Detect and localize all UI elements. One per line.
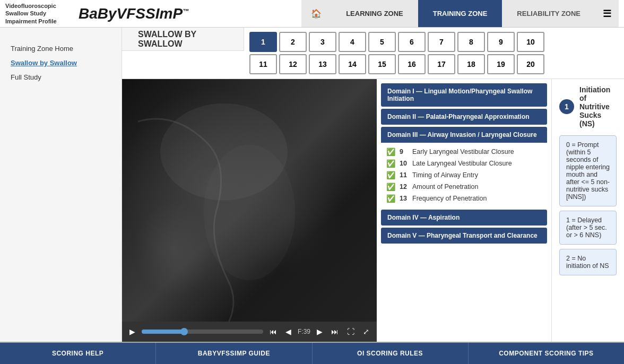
skip-start-button[interactable]: ⏮ (267, 326, 279, 337)
score-option-1[interactable]: 1 = Delayed (after > 5 sec. or > 6 NNS) (559, 211, 617, 245)
app-header: Videofluoroscopic Swallow Study Impairme… (0, 0, 624, 28)
menu-button[interactable]: ☰ (595, 0, 619, 27)
brand-name: BaByVFSSImP™ (79, 5, 189, 22)
sidebar-item-full-study[interactable]: Full Study (0, 70, 122, 84)
domain-item-2: Domain II — Palatal-Pharyngeal Approxima… (381, 109, 547, 125)
domain-header-2[interactable]: Domain II — Palatal-Pharyngeal Approxima… (381, 109, 547, 125)
num-btn-11[interactable]: 11 (249, 54, 277, 74)
num-btn-20[interactable]: 20 (517, 54, 544, 74)
num-btn-12[interactable]: 12 (279, 54, 307, 74)
num-btn-4[interactable]: 4 (339, 32, 366, 52)
number-grid: 1 2 3 4 5 6 7 8 9 10 11 12 13 (244, 28, 624, 79)
scoring-panel: 1 Initiation of Nutritive Sucks (NS) 0 =… (552, 79, 624, 342)
num-btn-16[interactable]: 16 (398, 54, 426, 74)
svg-point-1 (204, 144, 296, 280)
num-btn-10[interactable]: 10 (517, 32, 544, 52)
score-option-0[interactable]: 0 = Prompt (within 5 seconds of nipple e… (559, 135, 617, 206)
scoring-help-button[interactable]: SCORING HELP (0, 343, 156, 364)
component-scoring-tips-button[interactable]: COMPONENT SCORING TIPS (469, 343, 624, 364)
check-icon-10: ✅ (386, 159, 395, 168)
sidebar-item-swallow-by-swallow[interactable]: Swallow by Swallow (0, 56, 122, 70)
frame-counter: F:39 (298, 328, 310, 335)
domain-subitem-9[interactable]: ✅ 9 Early Laryngeal Vestibular Closure (386, 146, 542, 158)
progress-fill (142, 330, 184, 334)
num-btn-9[interactable]: 9 (487, 32, 515, 52)
domain-header-3[interactable]: Domain III — Airway Invasion / Laryngeal… (381, 127, 547, 143)
scoring-number: 1 (559, 99, 574, 114)
check-icon-11: ✅ (386, 171, 395, 179)
main-layout: Training Zone Home Swallow by Swallow Fu… (0, 28, 624, 342)
page-title-bar: SWALLOW BY SWALLOW (122, 28, 244, 51)
video-frame (122, 79, 377, 322)
video-controls: ▶ ⏮ ◀ F:39 ▶ ⏭ ⛶ ⤢ (122, 322, 377, 342)
scoring-header: 1 Initiation of Nutritive Sucks (NS) (559, 85, 617, 128)
domain-item-3: Domain III — Airway Invasion / Laryngeal… (381, 127, 547, 207)
num-btn-13[interactable]: 13 (309, 54, 336, 74)
domain-subitem-11[interactable]: ✅ 11 Timing of Airway Entry (386, 169, 542, 181)
progress-thumb (180, 328, 188, 335)
num-btn-8[interactable]: 8 (457, 32, 485, 52)
score-option-2[interactable]: 2 = No initiation of NS (559, 249, 617, 275)
domain-subitem-13[interactable]: ✅ 13 Frequency of Penetration (386, 193, 542, 204)
learning-zone-tab[interactable]: LEARNING ZONE (331, 0, 418, 27)
domain-header-1[interactable]: Domain I — Lingual Motion/Pharyngeal Swa… (381, 83, 547, 107)
logo-text: Videofluoroscopic Swallow Study Impairme… (5, 2, 74, 25)
video-overlay (122, 79, 377, 322)
progress-bar[interactable] (142, 330, 263, 334)
home-tab[interactable]: 🏠 (301, 0, 331, 27)
next-frame-button[interactable]: ▶ (315, 326, 325, 337)
domain-panel: Domain I — Lingual Motion/Pharyngeal Swa… (377, 79, 552, 342)
fullscreen-button[interactable]: ⛶ (345, 326, 357, 337)
video-placeholder (122, 79, 377, 322)
middle-right: ▶ ⏮ ◀ F:39 ▶ ⏭ ⛶ ⤢ Doma (122, 79, 624, 342)
video-panel: ▶ ⏮ ◀ F:39 ▶ ⏭ ⛶ ⤢ (122, 79, 377, 342)
num-btn-5[interactable]: 5 (368, 32, 396, 52)
domain-header-5[interactable]: Domain V — Pharyngeal Transport and Clea… (381, 228, 547, 244)
babyvfsssimp-guide-button[interactable]: BaByVFSSImP Guide (156, 343, 312, 364)
domain-header-4[interactable]: Domain IV — Aspiration (381, 210, 547, 226)
num-btn-3[interactable]: 3 (309, 32, 336, 52)
domain-item-4: Domain IV — Aspiration (381, 210, 547, 226)
sidebar-title (0, 34, 122, 41)
num-btn-19[interactable]: 19 (487, 54, 515, 74)
bottom-toolbar: SCORING HELP BaByVFSSImP Guide OI SCORIN… (0, 342, 624, 364)
num-btn-18[interactable]: 18 (457, 54, 485, 74)
domain-subitem-12[interactable]: ✅ 12 Amount of Penetration (386, 181, 542, 193)
num-btn-1[interactable]: 1 (249, 32, 277, 52)
content-area: SWALLOW BY SWALLOW 1 2 3 4 5 6 7 8 9 10 (122, 28, 624, 342)
sidebar: Training Zone Home Swallow by Swallow Fu… (0, 28, 122, 342)
scoring-title: Initiation of Nutritive Sucks (NS) (579, 85, 617, 128)
skip-end-button[interactable]: ⏭ (329, 326, 341, 337)
top-section: SWALLOW BY SWALLOW 1 2 3 4 5 6 7 8 9 10 (122, 28, 624, 79)
num-btn-14[interactable]: 14 (339, 54, 366, 74)
domain-item-5: Domain V — Pharyngeal Transport and Clea… (381, 228, 547, 244)
training-zone-tab[interactable]: TRAINING ZONE (418, 0, 502, 27)
num-btn-2[interactable]: 2 (279, 32, 307, 52)
page-title: SWALLOW BY SWALLOW (138, 30, 233, 49)
sidebar-item-training-zone-home[interactable]: Training Zone Home (0, 41, 122, 56)
play-button[interactable]: ▶ (127, 326, 137, 337)
num-btn-6[interactable]: 6 (398, 32, 426, 52)
domain-subitem-10[interactable]: ✅ 10 Late Laryngeal Vestibular Closure (386, 158, 542, 169)
domain-item-1: Domain I — Lingual Motion/Pharyngeal Swa… (381, 83, 547, 107)
num-btn-15[interactable]: 15 (368, 54, 396, 74)
reliability-zone-tab[interactable]: RELIABILITY ZONE (502, 0, 595, 27)
prev-frame-button[interactable]: ◀ (283, 326, 293, 337)
number-row-1: 1 2 3 4 5 6 7 8 9 10 (249, 32, 619, 52)
oi-scoring-rules-button[interactable]: OI SCORING RULES (313, 343, 469, 364)
nav-tabs: 🏠 LEARNING ZONE TRAINING ZONE RELIABILIT… (301, 0, 619, 27)
check-icon-13: ✅ (386, 194, 395, 203)
domain-subitems-3: ✅ 9 Early Laryngeal Vestibular Closure ✅… (381, 143, 547, 207)
num-btn-7[interactable]: 7 (428, 32, 455, 52)
num-btn-17[interactable]: 17 (428, 54, 455, 74)
check-icon-9: ✅ (386, 148, 395, 156)
expand-button[interactable]: ⤢ (361, 326, 371, 337)
number-row-2: 11 12 13 14 15 16 17 18 19 20 (249, 54, 619, 74)
check-icon-12: ✅ (386, 183, 395, 191)
